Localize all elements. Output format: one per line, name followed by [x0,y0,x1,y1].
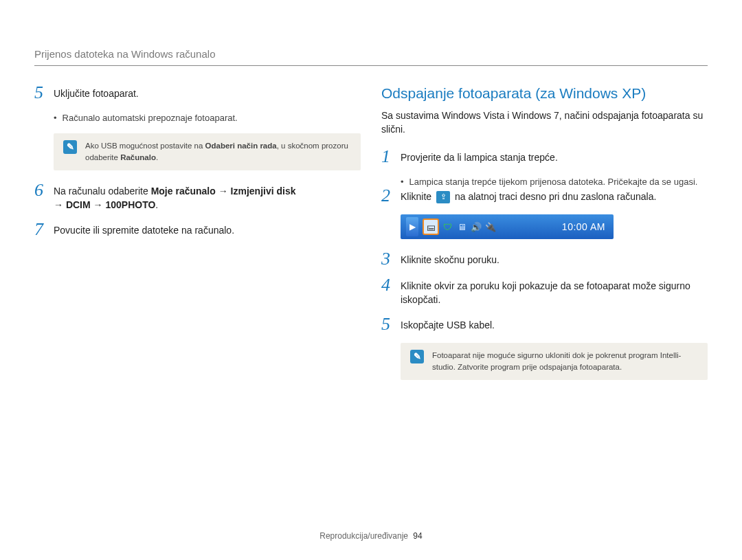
step-text: Iskopčajte USB kabel. [401,317,708,332]
power-icon: 🔌 [485,221,496,232]
step-r4: 4 Kliknite okvir za poruku koji pokazuje… [381,278,708,307]
section-intro: Sa sustavima Windows Vista i Windows 7, … [381,109,708,137]
s6-b4: 100PHOTO [105,199,155,210]
step-number: 7 [34,221,54,238]
step-number: 3 [381,250,401,268]
page-header: Prijenos datoteka na Windows računalo [34,48,708,60]
note-box-right: ✎ Fotoaparat nije moguće sigurno uklonit… [401,343,708,381]
volume-icon: 🔊 [471,221,482,232]
left-column: 5 Uključite fotoaparat. • Računalo autom… [34,85,361,392]
step-number: 2 [381,187,401,205]
s6-b1: Moje računalo [151,186,216,197]
content-columns: 5 Uključite fotoaparat. • Računalo autom… [34,85,708,392]
tray-icons: 🛡 🖥 🔊 🔌 [442,221,496,232]
note-icon: ✎ [63,140,77,154]
taskbar-expand-icon: ▶ [406,217,418,236]
note-pre: Ako USB mogućnost postavite na [85,142,205,150]
shield-icon: 🛡 [442,221,453,232]
s6-suffix: . [155,199,158,210]
step-text: Kliknite okvir za poruku koji pokazuje d… [401,278,708,307]
bullet-text: Računalo automatski prepoznaje fotoapara… [63,111,238,125]
s6-a3: → [91,199,106,210]
right-column: Odspajanje fotoaparata (za Windows XP) S… [381,85,708,392]
note-text: Ako USB mogućnost postavite na Odaberi n… [85,140,351,164]
taskbar-screenshot: ▶ 🖴 🛡 🖥 🔊 🔌 10:00 AM [401,214,614,239]
bullet-dot: • [54,111,57,125]
step-text: Povucite ili spremite datoteke na računa… [54,222,361,237]
step-number: 1 [381,148,401,166]
s2-pre: Kliknite [401,191,434,202]
step-text: Na računalu odaberite Moje računalo → Iz… [54,183,361,212]
note-box-left: ✎ Ako USB mogućnost postavite na Odaberi… [54,133,361,171]
note-suffix: . [156,153,158,161]
step-number: 6 [34,181,54,199]
bullet-dot: • [401,175,404,189]
s6-a2: → [54,199,66,210]
step-r1: 1 Provjerite da li lampica stanja trepće… [381,149,708,166]
taskbar-clock: 10:00 AM [562,221,608,232]
step-text: Kliknite skočnu poruku. [401,251,708,267]
step-7: 7 Povucite ili spremite datoteke na raču… [34,222,361,238]
step-r1-bullet: • Lampica stanja trepće tijekom prijenos… [401,175,708,189]
step-number: 5 [34,84,54,102]
note-bold2: Računalo [120,153,156,161]
section-title: Odspajanje fotoaparata (za Windows XP) [381,85,708,102]
header-rule [34,65,708,66]
page-number: 94 [413,531,422,541]
network-icon: 🖥 [456,221,467,232]
s2-post: na alatnoj traci desno pri dnu zaslona r… [452,191,656,202]
s6-b3: DCIM [66,199,91,210]
step-6: 6 Na računalu odaberite Moje računalo → … [34,183,361,212]
bullet-text: Lampica stanja trepće tijekom prijenosa … [409,175,698,189]
step-5: 5 Uključite fotoaparat. [34,85,361,102]
step-r3: 3 Kliknite skočnu poruku. [381,251,708,268]
note-icon: ✎ [410,350,424,363]
footer-label: Reprodukcija/uređivanje [319,531,408,541]
s6-b2: Izmjenjivi disk [231,186,296,197]
step-r2: 2 Kliknite ⇪ na alatnoj traci desno pri … [381,188,708,205]
note-bold1: Odaberi način rada [205,142,277,150]
safely-remove-highlighted-icon: 🖴 [423,219,439,235]
s6-pre: Na računalu odaberite [54,186,151,197]
step-number: 4 [381,276,401,294]
step-number: 5 [381,315,401,333]
step-text: Provjerite da li lampica stanja trepće. [401,149,708,164]
note-text: Fotoaparat nije moguće sigurno ukloniti … [432,350,698,374]
step-text: Uključite fotoaparat. [54,85,361,100]
step-5-bullet: • Računalo automatski prepoznaje fotoapa… [54,111,361,125]
safely-remove-icon: ⇪ [436,191,450,203]
page-footer: Reprodukcija/uređivanje 94 [0,531,742,541]
step-r5: 5 Iskopčajte USB kabel. [381,317,708,333]
step-text: Kliknite ⇪ na alatnoj traci desno pri dn… [401,188,708,203]
s6-a1: → [216,186,231,197]
